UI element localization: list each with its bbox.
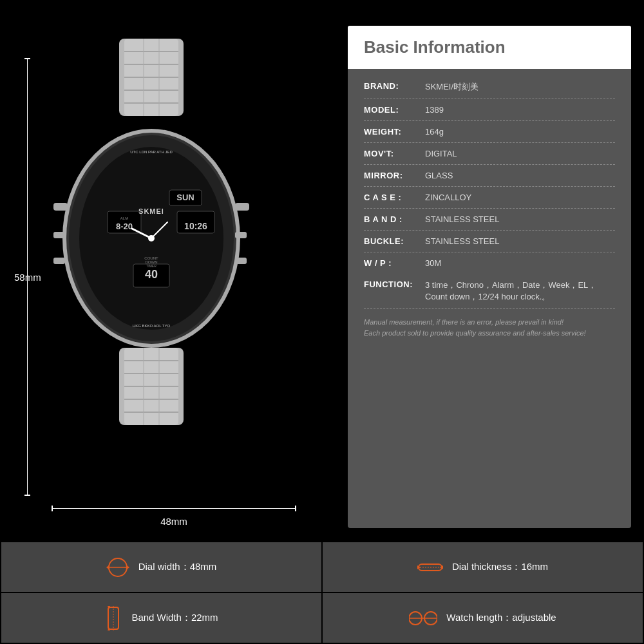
spec-watch-length-label: Watch length： bbox=[446, 612, 512, 623]
info-function-top: FUNCTION: 3 time，Chrono，Alarm，Date，Week，… bbox=[364, 279, 615, 303]
spec-dial-thickness-label: Dial thickness： bbox=[452, 561, 522, 572]
spec-dial-thickness-text: Dial thickness：16mm bbox=[452, 561, 548, 573]
spec-band-width-val: 22mm bbox=[191, 612, 218, 623]
info-row-value: GLASS bbox=[425, 171, 615, 180]
info-row-label: C A S E : bbox=[364, 193, 425, 202]
svg-text:SUN: SUN bbox=[176, 193, 194, 202]
svg-text:40: 40 bbox=[145, 268, 158, 281]
svg-text:SKMEI: SKMEI bbox=[138, 207, 164, 215]
spec-dial-width-label: Dial width： bbox=[138, 561, 190, 572]
info-row: BRAND:SKMEI/时刻美 bbox=[364, 75, 615, 99]
svg-rect-15 bbox=[53, 203, 68, 211]
info-row: MOV'T:DIGITAL bbox=[364, 143, 615, 165]
spec-band-width-label: Band Width： bbox=[131, 612, 191, 623]
info-row: MIRROR:GLASS bbox=[364, 165, 615, 187]
info-function-row: FUNCTION: 3 time，Chrono，Alarm，Date，Week，… bbox=[364, 274, 615, 309]
info-row-label: WEIGHT: bbox=[364, 127, 425, 137]
info-row-value: STAINLESS STEEL bbox=[425, 236, 615, 246]
dial-width-icon bbox=[106, 556, 129, 579]
dim-label-height: 58mm bbox=[14, 272, 41, 283]
spec-dial-width-text: Dial width：48mm bbox=[138, 561, 217, 573]
info-row-label: MIRROR: bbox=[364, 171, 425, 180]
spec-dial-thickness: Dial thickness：16mm bbox=[323, 542, 643, 592]
svg-marker-56 bbox=[106, 565, 109, 569]
info-row-label: BUCKLE: bbox=[364, 236, 425, 246]
svg-text:8-20: 8-20 bbox=[116, 222, 133, 231]
svg-text:10:26: 10:26 bbox=[184, 221, 207, 231]
info-row: B A N D :STAINLESS STEEL bbox=[364, 209, 615, 231]
info-row-label: MOV'T: bbox=[364, 149, 425, 158]
svg-text:TIMER: TIMER bbox=[146, 264, 156, 268]
svg-text:HKG  BKKO  AOL  TYO: HKG BKKO AOL TYO bbox=[133, 324, 171, 328]
svg-rect-62 bbox=[108, 607, 118, 629]
info-row-label: MODEL: bbox=[364, 105, 425, 115]
svg-point-44 bbox=[148, 235, 155, 242]
dim-arrow-h-left bbox=[52, 506, 53, 511]
spec-band-width: Band Width：22mm bbox=[1, 593, 321, 643]
bottom-section: Dial width：48mm Dial thickness：16mm bbox=[0, 541, 644, 644]
info-row-label: BRAND: bbox=[364, 81, 425, 91]
dim-arrow-v-top bbox=[24, 58, 30, 59]
info-row: WEIGHT:164g bbox=[364, 121, 615, 143]
spec-dial-width-val: 48mm bbox=[190, 561, 217, 572]
info-row-label: W / P : bbox=[364, 258, 425, 268]
band-width-icon bbox=[104, 606, 122, 630]
dim-label-width: 48mm bbox=[160, 516, 187, 527]
info-row-value: STAINLESS STEEL bbox=[425, 214, 615, 224]
watch-area: 58mm 48mm bbox=[13, 19, 335, 535]
svg-text:ALM: ALM bbox=[120, 216, 128, 220]
spec-watch-length-text: Watch length：adjustable bbox=[446, 612, 556, 624]
info-row-value: DIGITAL bbox=[425, 149, 615, 158]
svg-rect-17 bbox=[53, 258, 65, 264]
dim-arrow-h-right bbox=[295, 506, 296, 511]
svg-marker-57 bbox=[127, 565, 129, 569]
watch-length-icon bbox=[409, 610, 437, 627]
info-note-text: Manual measurement, if there is an error… bbox=[364, 318, 586, 337]
info-row-label: B A N D : bbox=[364, 214, 425, 224]
info-header: Basic Information bbox=[348, 26, 631, 69]
spec-band-width-text: Band Width：22mm bbox=[131, 612, 218, 624]
svg-rect-12 bbox=[235, 203, 249, 211]
top-section: 58mm 48mm bbox=[0, 0, 644, 541]
info-body: BRAND:SKMEI/时刻美MODEL:1389WEIGHT:164gMOV'… bbox=[348, 69, 631, 528]
info-rows-container: BRAND:SKMEI/时刻美MODEL:1389WEIGHT:164gMOV'… bbox=[364, 75, 615, 274]
info-row: MODEL:1389 bbox=[364, 99, 615, 121]
watch-image: UTC LDN PAR ATH JED HKG BKKO AOL TYO ALM… bbox=[48, 39, 254, 425]
info-row-value: 1389 bbox=[425, 105, 615, 115]
svg-rect-14 bbox=[235, 258, 247, 264]
dim-arrow-v-bottom bbox=[24, 495, 30, 496]
spec-dial-width: Dial width：48mm bbox=[1, 542, 321, 592]
info-function-label: FUNCTION: bbox=[364, 279, 425, 289]
info-row-value: 30M bbox=[425, 258, 615, 268]
watch-wrap: 58mm 48mm bbox=[13, 19, 335, 535]
svg-text:UTC  LDN  PAR  ATH  JED: UTC LDN PAR ATH JED bbox=[130, 150, 173, 154]
info-function-value: 3 time，Chrono，Alarm，Date，Week，EL，Count d… bbox=[425, 279, 615, 303]
main-container: 58mm 48mm bbox=[0, 0, 644, 644]
svg-rect-16 bbox=[53, 232, 65, 238]
dial-thickness-icon bbox=[417, 560, 443, 574]
info-row-value: ZINCALLOY bbox=[425, 193, 615, 202]
info-row-value: 164g bbox=[425, 127, 615, 137]
info-title: Basic Information bbox=[364, 37, 506, 57]
info-row: W / P :30M bbox=[364, 252, 615, 274]
info-row-value: SKMEI/时刻美 bbox=[425, 81, 615, 93]
spec-watch-length-val: adjustable bbox=[512, 612, 556, 623]
spec-watch-length: Watch length：adjustable bbox=[323, 593, 643, 643]
info-row: C A S E :ZINCALLOY bbox=[364, 187, 615, 209]
info-panel: Basic Information BRAND:SKMEI/时刻美MODEL:1… bbox=[348, 26, 631, 528]
info-row: BUCKLE:STAINLESS STEEL bbox=[364, 231, 615, 252]
spec-dial-thickness-val: 16mm bbox=[521, 561, 548, 572]
svg-rect-13 bbox=[235, 232, 247, 238]
dim-line-horizontal bbox=[52, 508, 296, 509]
info-note: Manual measurement, if there is an error… bbox=[364, 317, 615, 338]
